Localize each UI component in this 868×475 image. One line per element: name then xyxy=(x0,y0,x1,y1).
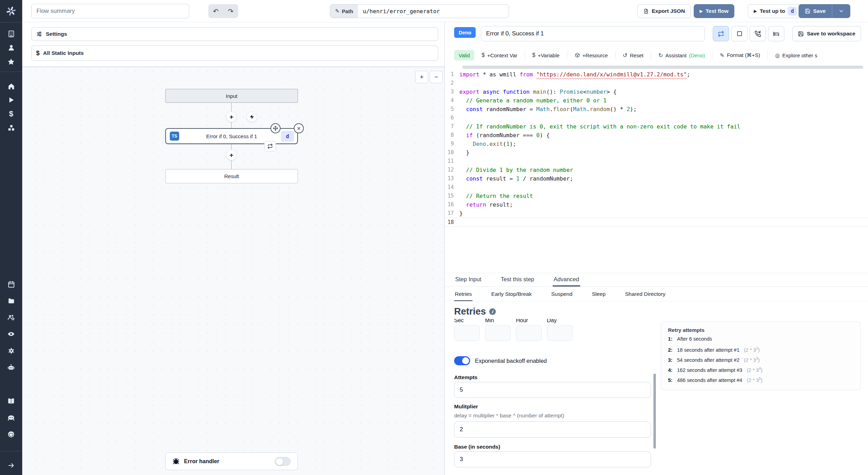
tab-step-input[interactable]: Step Input xyxy=(454,273,482,286)
multiplier-input[interactable] xyxy=(454,422,651,438)
move-step-button[interactable] xyxy=(270,123,281,133)
square-icon xyxy=(736,31,743,37)
star-icon xyxy=(7,58,15,66)
sidebar-item-github[interactable] xyxy=(0,430,22,439)
add-step-button[interactable]: + xyxy=(226,150,237,160)
sidebar-collapse-button[interactable] xyxy=(0,461,22,469)
exponential-backoff-toggle[interactable] xyxy=(454,356,470,365)
flow-settings-button[interactable]: Settings xyxy=(31,27,438,41)
tab-shared-directory[interactable]: Shared Directory xyxy=(624,288,666,301)
tab-test-this-step[interactable]: Test this step xyxy=(500,273,535,286)
retry-day-input[interactable] xyxy=(547,325,573,341)
tab-early-stop[interactable]: Early Stop/Break xyxy=(491,288,532,301)
file-export-icon xyxy=(643,8,649,14)
package-icon xyxy=(575,52,580,58)
retry-min-input[interactable] xyxy=(485,325,511,341)
undo-button[interactable]: ↶ xyxy=(208,4,223,18)
gear-icon xyxy=(8,347,15,355)
sidebar-item-folders[interactable] xyxy=(0,297,22,305)
base-input[interactable] xyxy=(454,451,651,467)
redo-button[interactable]: ↷ xyxy=(223,4,238,18)
step-name-input[interactable] xyxy=(481,26,705,41)
path-field[interactable]: ✎ Path u/henri/error_generator xyxy=(330,4,509,18)
all-static-inputs-button[interactable]: $ All Static Inputs xyxy=(31,45,438,61)
export-json-button[interactable]: Export JSON xyxy=(637,4,691,18)
zoom-in-button[interactable]: + xyxy=(415,71,428,83)
sidebar-item-audit-logs[interactable] xyxy=(0,330,22,338)
phone-incoming-icon xyxy=(754,31,761,37)
robot-icon xyxy=(7,364,15,371)
calendar-icon xyxy=(8,281,15,288)
attempts-input[interactable] xyxy=(454,382,651,398)
format-button[interactable]: ✎ Format (⌘+S) xyxy=(712,51,767,60)
user-icon xyxy=(8,44,15,51)
add-resource-button[interactable]: +Resource xyxy=(567,51,615,60)
retry-attempts-card: Retry attempts 1:After 6 seconds 2:18 se… xyxy=(661,322,861,390)
save-button[interactable]: Save xyxy=(799,4,832,18)
tab-advanced[interactable]: Advanced xyxy=(553,273,580,286)
undo-icon: ↶ xyxy=(213,8,219,15)
input-node[interactable]: Input xyxy=(165,89,298,103)
step-id-badge: d xyxy=(788,7,797,16)
windmill-flow-editor: $ xyxy=(0,0,868,475)
retry-time-inputs xyxy=(454,325,573,341)
sidebar-item-workers[interactable] xyxy=(0,363,22,372)
sidebar-item-variables[interactable]: $ xyxy=(0,110,22,118)
test-flow-button[interactable]: ▶ Test flow xyxy=(694,4,734,18)
tab-sleep[interactable]: Sleep xyxy=(591,288,607,301)
early-stop-button[interactable] xyxy=(731,26,748,41)
undo-redo-group: ↶ ↷ xyxy=(208,4,238,18)
sidebar-item-home[interactable] xyxy=(0,82,22,90)
retry-loop-button[interactable] xyxy=(264,141,276,151)
result-node[interactable]: Result xyxy=(165,169,298,183)
add-trigger-button[interactable] xyxy=(247,111,257,122)
explore-scripts-button[interactable]: ◎ Explore other s xyxy=(767,51,825,60)
info-icon[interactable]: i xyxy=(489,308,496,315)
pencil-icon: ✎ xyxy=(335,8,340,14)
sidebar-item-runs[interactable] xyxy=(0,96,22,104)
users-gear-icon xyxy=(7,314,15,321)
add-step-button[interactable]: + xyxy=(226,111,237,122)
tab-suspend[interactable]: Suspend xyxy=(550,288,573,301)
add-variable-button[interactable]: $ +Variable xyxy=(525,51,567,60)
suspend-button[interactable] xyxy=(750,26,766,41)
tab-retries[interactable]: Retries xyxy=(454,288,473,301)
retries-toggle-button[interactable] xyxy=(713,26,729,41)
bed-icon xyxy=(773,31,779,37)
error-handler-toggle[interactable] xyxy=(275,457,291,466)
repeat-icon xyxy=(267,143,273,149)
sidebar-item-groups[interactable] xyxy=(0,313,22,322)
save-to-workspace-button[interactable]: Save to workspace xyxy=(792,26,861,41)
typescript-badge: TS xyxy=(170,132,179,141)
step-editor-panel: Deno Save to workspace xyxy=(445,22,868,475)
add-context-var-button[interactable]: $ +Context Var xyxy=(474,51,525,60)
sidebar-item-discord[interactable] xyxy=(0,414,22,422)
sidebar-item-user[interactable] xyxy=(0,43,22,52)
sidebar-item-schedules[interactable] xyxy=(0,280,22,288)
delete-step-button[interactable]: × xyxy=(294,123,304,133)
sidebar-item-settings[interactable] xyxy=(0,347,22,355)
sidebar-item-favorites[interactable] xyxy=(0,58,22,66)
move-icon xyxy=(273,126,278,131)
sidebar-item-workspace[interactable] xyxy=(0,30,22,38)
test-up-to-button[interactable]: ▶ Test up to d xyxy=(748,4,803,18)
code-editor[interactable]: 1import * as wmill from "https://deno.la… xyxy=(445,65,868,273)
scrollbar-thumb[interactable] xyxy=(653,374,656,449)
sidebar-item-docs[interactable] xyxy=(0,397,22,405)
zoom-out-button[interactable]: − xyxy=(430,71,443,83)
retry-attempt-row: 2:18 seconds after attempt #1 (2 * 32) xyxy=(668,346,853,356)
save-dropdown-button[interactable] xyxy=(832,4,850,18)
reset-button[interactable]: ↺ Reset xyxy=(615,51,651,60)
retry-hour-input[interactable] xyxy=(516,325,542,341)
flow-summary-input[interactable] xyxy=(31,4,189,18)
path-value: u/henri/error_generator xyxy=(358,5,445,18)
assistant-button[interactable]: ↻ Assistant (Deno) xyxy=(651,51,712,60)
sleep-button[interactable] xyxy=(768,26,784,41)
flow-canvas[interactable]: + − Input + × TS Error if 0, Suc xyxy=(22,66,444,475)
sidebar-item-resources[interactable] xyxy=(0,124,22,132)
sliders-icon xyxy=(36,31,42,37)
folder-icon xyxy=(8,297,15,305)
windmill-logo[interactable] xyxy=(0,6,22,16)
retry-sec-input[interactable] xyxy=(454,325,480,341)
topbar: ↶ ↷ ✎ Path u/henri/error_generator Expor… xyxy=(22,0,868,22)
